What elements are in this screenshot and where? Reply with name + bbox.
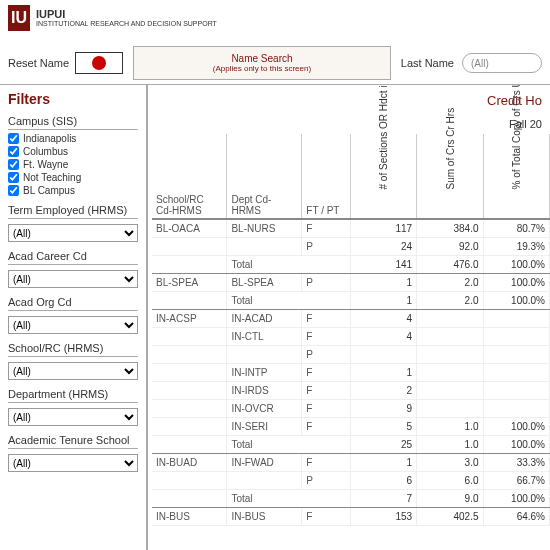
table-row: IN-BUADIN-FWADF13.033.3% — [152, 453, 550, 471]
filter-title-4: Department (HRMS) — [8, 388, 138, 403]
checkbox-icon[interactable] — [8, 159, 19, 170]
table-row: Total12.0100.0% — [152, 291, 550, 309]
logo-block: IU IUPUI INSTITUTIONAL RESEARCH AND DECI… — [0, 0, 550, 36]
campus-checkbox-3[interactable]: Not Teaching — [8, 172, 138, 183]
table-row: IN-BUSIN-BUSF153402.564.6% — [152, 507, 550, 525]
campus-group-title: Campus (SIS) — [8, 115, 138, 130]
last-name-label: Last Name — [401, 57, 454, 69]
filter-title-1: Acad Career Cd — [8, 250, 138, 265]
report-content: Credit Ho Fall 20 School/RC Cd-HRMS Dept… — [148, 85, 550, 550]
filter-select-5[interactable]: (All) — [8, 454, 138, 472]
filter-title-3: School/RC (HRMS) — [8, 342, 138, 357]
checkbox-icon[interactable] — [8, 172, 19, 183]
filter-select-3[interactable]: (All) — [8, 362, 138, 380]
table-row: Total79.0100.0% — [152, 489, 550, 507]
table-row: IN-SERIF51.0100.0% — [152, 417, 550, 435]
name-search-box[interactable]: Name Search (Applies only to this screen… — [133, 46, 391, 80]
filters-title: Filters — [8, 91, 138, 107]
filter-title-0: Term Employed (HRMS) — [8, 204, 138, 219]
col-pct[interactable]: % of Total Copy of Crs Unit Nbr for.. — [483, 134, 549, 219]
reset-name-button[interactable]: Reset Name — [8, 52, 123, 74]
filter-select-0[interactable]: (All) — [8, 224, 138, 242]
last-name-input[interactable] — [462, 53, 542, 73]
reset-label: Reset Name — [8, 57, 69, 69]
col-crhrs[interactable]: Sum of Crs Cr Hrs — [417, 134, 483, 219]
filter-title-5: Academic Tenure School — [8, 434, 138, 449]
campus-checkbox-1[interactable]: Columbus — [8, 146, 138, 157]
report-term: Fall 20 — [152, 118, 550, 130]
col-dept[interactable]: Dept Cd-HRMS — [227, 134, 302, 219]
filter-select-2[interactable]: (All) — [8, 316, 138, 334]
col-ftpt[interactable]: FT / PT — [302, 134, 350, 219]
campus-checkbox-0[interactable]: Indianapolis — [8, 133, 138, 144]
table-row: IN-INTPF1 — [152, 363, 550, 381]
table-row: P66.066.7% — [152, 471, 550, 489]
checkbox-icon[interactable] — [8, 146, 19, 157]
logo-text: IUPUI INSTITUTIONAL RESEARCH AND DECISIO… — [36, 8, 217, 28]
iu-logo-icon: IU — [8, 5, 30, 31]
table-row: Total251.0100.0% — [152, 435, 550, 453]
table-row: Total141476.0100.0% — [152, 255, 550, 273]
col-school[interactable]: School/RC Cd-HRMS — [152, 134, 227, 219]
table-row: BL-OACABL-NURSF117384.080.7% — [152, 219, 550, 237]
table-row: IN-CTLF4 — [152, 327, 550, 345]
report-title: Credit Ho — [152, 93, 550, 108]
table-row: IN-ACSPIN-ACADF4 — [152, 309, 550, 327]
table-row: IN-OVCRF9 — [152, 399, 550, 417]
filter-select-1[interactable]: (All) — [8, 270, 138, 288]
checkbox-icon[interactable] — [8, 133, 19, 144]
campus-checkbox-4[interactable]: BL Campus — [8, 185, 138, 196]
filter-select-4[interactable]: (All) — [8, 408, 138, 426]
filter-title-2: Acad Org Cd — [8, 296, 138, 311]
campus-checkbox-2[interactable]: Ft. Wayne — [8, 159, 138, 170]
table-row: BL-SPEABL-SPEAP12.0100.0% — [152, 273, 550, 291]
checkbox-icon[interactable] — [8, 185, 19, 196]
report-table: School/RC Cd-HRMS Dept Cd-HRMS FT / PT #… — [152, 134, 550, 526]
table-row: P — [152, 345, 550, 363]
table-row: IN-IRDSF2 — [152, 381, 550, 399]
col-sections[interactable]: # of Sections OR Hdct if not teaching — [350, 134, 416, 219]
reset-dot-icon — [92, 56, 106, 70]
filters-sidebar: Filters Campus (SIS) IndianapolisColumbu… — [0, 85, 148, 550]
table-row: P2492.019.3% — [152, 237, 550, 255]
